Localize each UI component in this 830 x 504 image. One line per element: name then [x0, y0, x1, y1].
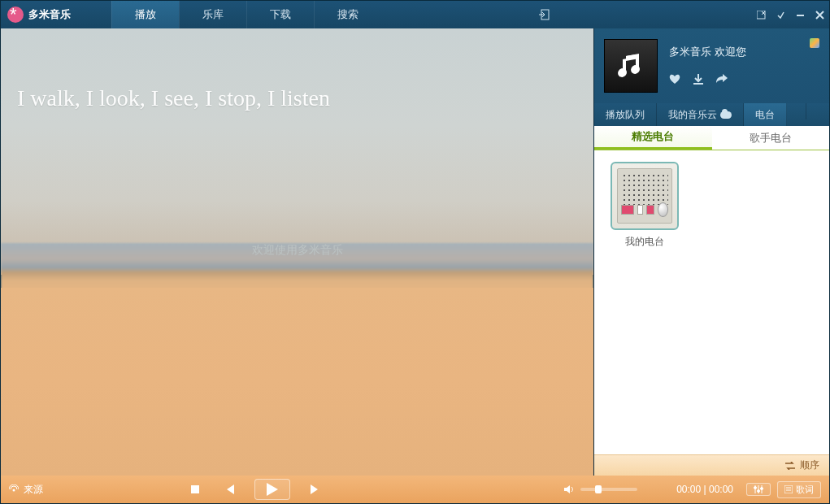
cloud-icon — [720, 111, 732, 119]
time-display: 00:00 | 00:00 — [676, 484, 733, 495]
compact-icon[interactable] — [751, 5, 771, 24]
motto-text: I walk, I look, I see, I stop, I listen — [17, 85, 330, 111]
now-playing: 多米音乐 欢迎您 — [594, 28, 829, 103]
side-tabs: 播放队列 我的音乐云 电台 — [594, 103, 829, 126]
nav-tab-download[interactable]: 下载 — [246, 1, 314, 28]
subtab-artist[interactable]: 歌手电台 — [712, 126, 830, 150]
list-view-icon[interactable] — [806, 103, 829, 119]
side-tab-mycloud[interactable]: 我的音乐云 — [657, 103, 744, 126]
svg-rect-10 — [191, 485, 199, 493]
favorite-icon[interactable] — [669, 74, 680, 87]
visual-pane: I walk, I look, I see, I stop, I listen … — [1, 28, 593, 476]
source-button[interactable]: 来源 — [9, 483, 43, 497]
radio-subtabs: 精选电台 歌手电台 — [594, 126, 829, 150]
title-icons — [532, 1, 829, 28]
sidebar: 多米音乐 欢迎您 播放队列 — [593, 28, 829, 476]
nav-tab-play[interactable]: 播放 — [111, 1, 179, 28]
close-icon[interactable] — [810, 5, 829, 24]
time-current: 00:00 — [676, 484, 701, 495]
nav-tabs: 播放 乐库 下载 搜索 — [111, 1, 381, 28]
greeting-text: 多米音乐 欢迎您 — [669, 45, 798, 59]
play-order-button[interactable]: 顺序 — [594, 454, 829, 476]
next-button[interactable] — [306, 480, 324, 498]
side-tab-queue[interactable]: 播放队列 — [594, 103, 657, 126]
restore-icon[interactable] — [771, 5, 790, 24]
equalizer-icon — [754, 485, 763, 493]
lyrics-button[interactable]: 歌词 — [777, 481, 821, 498]
svg-point-14 — [754, 487, 756, 489]
stop-button[interactable] — [186, 480, 204, 498]
volume-slider[interactable] — [580, 488, 637, 491]
svg-point-9 — [13, 489, 15, 492]
download-icon[interactable] — [693, 74, 703, 87]
play-button[interactable] — [254, 479, 290, 500]
app-title: 多米音乐 — [28, 7, 71, 22]
svg-rect-1 — [757, 11, 765, 19]
svg-rect-17 — [784, 485, 793, 493]
radio-label: 我的电台 — [606, 235, 684, 249]
body: I walk, I look, I see, I stop, I listen … — [1, 28, 829, 476]
lyrics-icon — [784, 485, 793, 493]
svg-point-15 — [757, 490, 759, 493]
volume-icon — [564, 484, 576, 494]
share-icon[interactable] — [716, 74, 728, 87]
music-note-icon — [615, 50, 647, 82]
volume-control[interactable] — [564, 484, 637, 494]
album-art — [604, 39, 658, 93]
radio-thumb — [611, 162, 679, 230]
radio-list: 我的电台 — [594, 150, 829, 454]
svg-point-4 — [632, 65, 640, 73]
nav-tab-search[interactable]: 搜索 — [314, 1, 381, 28]
side-tab-radio[interactable]: 电台 — [744, 103, 787, 126]
svg-point-16 — [760, 488, 763, 490]
mycloud-label: 我的音乐云 — [668, 108, 717, 122]
welcome-text: 欢迎使用多米音乐 — [1, 243, 593, 258]
order-label: 顺序 — [800, 458, 819, 472]
radio-item-myradio[interactable]: 我的电台 — [606, 162, 684, 249]
subtab-featured[interactable]: 精选电台 — [594, 126, 712, 150]
source-icon — [9, 484, 19, 494]
app-logo — [7, 7, 24, 23]
nav-tab-library[interactable]: 乐库 — [179, 1, 246, 28]
source-label: 来源 — [24, 483, 43, 497]
time-total: 00:00 — [709, 484, 733, 495]
playback-controls — [186, 479, 324, 500]
order-icon — [785, 462, 795, 470]
svg-point-3 — [619, 68, 627, 76]
player-bar: 来源 00:00 | 00:00 歌词 — [1, 476, 829, 503]
titlebar: 多米音乐 播放 乐库 下载 搜索 — [1, 1, 829, 28]
minimize-icon[interactable] — [790, 5, 810, 24]
login-icon[interactable] — [532, 1, 556, 28]
skin-icon[interactable] — [810, 38, 819, 48]
prev-button[interactable] — [220, 480, 238, 498]
lyrics-label: 歌词 — [796, 484, 814, 496]
equalizer-button[interactable] — [746, 483, 771, 496]
